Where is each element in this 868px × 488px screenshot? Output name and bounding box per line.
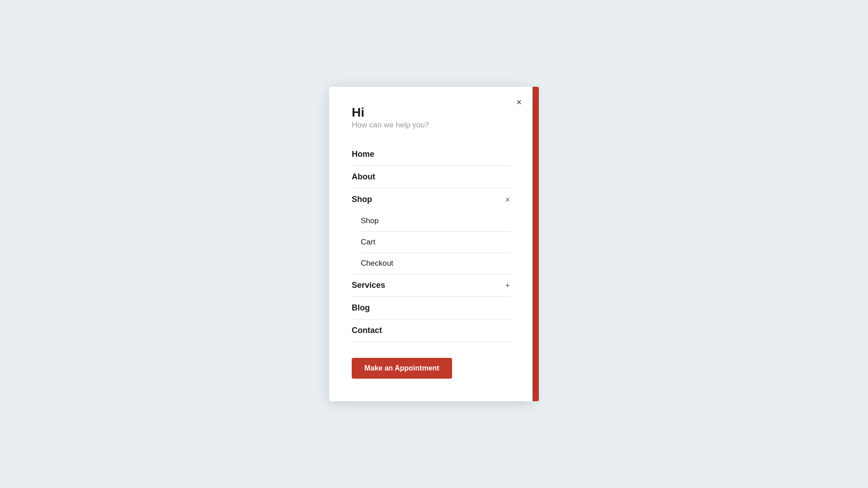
nav-link-home[interactable]: Home [352,143,510,165]
nav-item-services: Services + [352,274,510,297]
nav-link-shop[interactable]: Shop × [352,188,510,211]
nav-label-shop: Shop [352,195,372,204]
submenu-label-shop: Shop [361,216,379,225]
nav-label-home: Home [352,150,374,159]
submenu-item-cart: Cart [361,232,510,253]
nav-link-services[interactable]: Services + [352,274,510,296]
appointment-button[interactable]: Make an Appointment [352,358,452,379]
shop-submenu: Shop Cart Checkout [352,211,510,274]
nav-item-shop: Shop × Shop Cart [352,188,510,274]
modal-wrapper: × Hi How can we help you? Home About [329,87,539,402]
nav-label-blog: Blog [352,303,370,313]
nav-item-contact: Contact [352,319,510,342]
nav-link-about[interactable]: About [352,166,510,188]
close-button[interactable]: × [514,96,524,108]
nav-label-contact: Contact [352,326,382,335]
nav-item-about: About [352,166,510,188]
nav-item-blog: Blog [352,297,510,319]
services-toggle-icon: + [505,282,510,290]
greeting-hi: Hi [352,105,510,120]
submenu-link-checkout[interactable]: Checkout [361,253,510,274]
shop-toggle-icon: × [505,196,510,204]
submenu-item-shop: Shop [361,211,510,232]
greeting: Hi How can we help you? [352,105,510,130]
submenu-label-checkout: Checkout [361,259,393,267]
nav-list: Home About Shop × Shop [352,143,510,342]
greeting-subtitle: How can we help you? [352,121,510,130]
submenu-item-checkout: Checkout [361,253,510,274]
red-accent-bar [533,87,539,402]
submenu-link-cart[interactable]: Cart [361,232,510,253]
nav-label-about: About [352,172,375,182]
nav-link-contact[interactable]: Contact [352,319,510,342]
submenu-link-shop[interactable]: Shop [361,211,510,231]
nav-link-blog[interactable]: Blog [352,297,510,319]
nav-item-home: Home [352,143,510,166]
nav-label-services: Services [352,281,385,290]
submenu-label-cart: Cart [361,238,375,246]
modal: × Hi How can we help you? Home About [329,87,533,402]
